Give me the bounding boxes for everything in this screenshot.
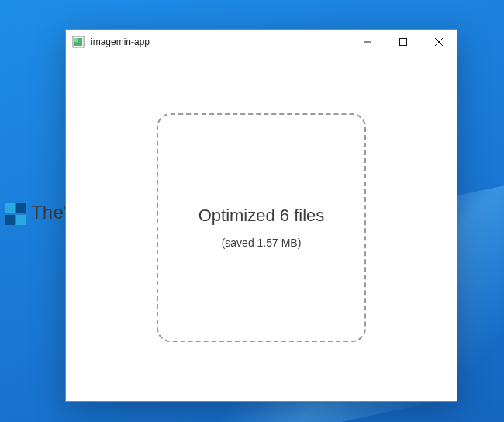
result-main-text: Optimized 6 files (198, 206, 325, 226)
svg-rect-4 (400, 39, 407, 46)
watermark-logo-icon (5, 203, 26, 225)
result-sub-text: (saved 1.57 MB) (222, 237, 302, 249)
window-title: imagemin-app (91, 36, 150, 47)
svg-rect-2 (74, 38, 78, 42)
app-window: imagemin-app Optimized 6 files (saved 1.… (65, 29, 457, 402)
minimize-button[interactable] (350, 30, 385, 54)
client-area: Optimized 6 files (saved 1.57 MB) (66, 54, 457, 401)
dropzone[interactable]: Optimized 6 files (saved 1.57 MB) (157, 113, 366, 342)
titlebar-left: imagemin-app (66, 36, 150, 48)
app-icon (72, 36, 85, 48)
maximize-button[interactable] (385, 30, 421, 54)
titlebar[interactable]: imagemin-app (66, 30, 457, 54)
window-controls (350, 30, 457, 54)
close-button[interactable] (421, 30, 457, 54)
